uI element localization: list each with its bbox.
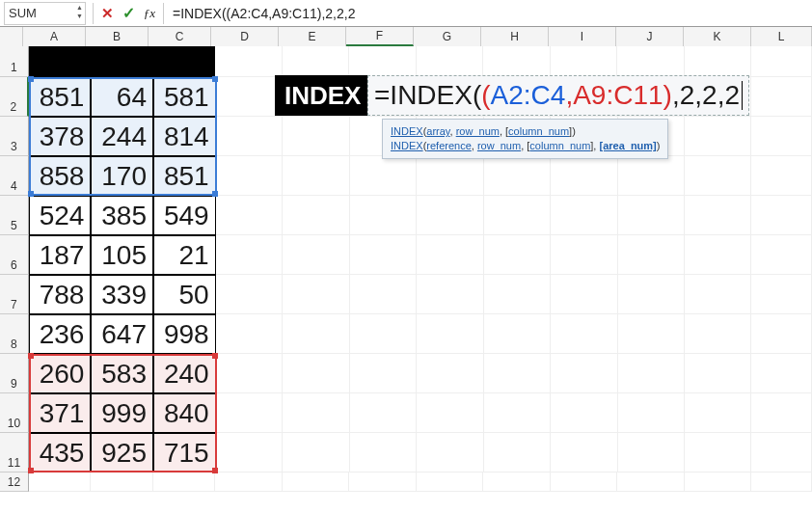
cell[interactable]: 583 <box>91 354 153 393</box>
cell[interactable] <box>283 433 349 472</box>
cell[interactable] <box>417 46 484 77</box>
row-header[interactable]: 2 <box>0 77 29 117</box>
cell[interactable]: 240 <box>153 354 216 393</box>
cell[interactable]: 236 <box>29 314 92 354</box>
cell[interactable] <box>349 472 417 492</box>
cell[interactable] <box>483 472 551 492</box>
chevron-up-icon[interactable]: ▲ <box>76 4 83 13</box>
cell[interactable] <box>751 275 812 314</box>
cell[interactable] <box>283 235 349 275</box>
cell[interactable] <box>417 472 484 492</box>
cell[interactable] <box>216 393 283 433</box>
cell[interactable] <box>350 275 417 314</box>
cell[interactable] <box>29 472 92 492</box>
cell[interactable] <box>751 354 812 393</box>
cell[interactable] <box>283 275 349 314</box>
cell[interactable] <box>618 433 685 472</box>
cell[interactable]: 549 <box>153 196 216 235</box>
cell[interactable]: 858 <box>29 156 92 196</box>
cell[interactable] <box>417 196 483 235</box>
formula-input[interactable]: =INDEX((A2:C4,A9:C11),2,2,2 <box>167 2 812 25</box>
column-header[interactable]: B <box>86 27 149 46</box>
row-header[interactable]: 3 <box>0 117 29 156</box>
cell[interactable] <box>751 393 812 433</box>
cell[interactable]: 788 <box>29 275 92 314</box>
cell[interactable] <box>617 46 685 77</box>
cell[interactable] <box>283 46 350 77</box>
column-header[interactable]: A <box>23 27 86 46</box>
cell[interactable] <box>618 196 685 235</box>
row-header[interactable]: 6 <box>0 235 29 275</box>
cell[interactable] <box>350 314 417 354</box>
cell[interactable] <box>91 472 153 492</box>
cell[interactable]: 851 <box>29 77 92 117</box>
cell[interactable] <box>417 314 483 354</box>
name-box[interactable]: SUM ▲ ▼ <box>4 2 86 25</box>
cell[interactable] <box>685 235 751 275</box>
cell[interactable] <box>685 196 751 235</box>
cell[interactable] <box>551 472 618 492</box>
cell[interactable] <box>349 46 417 77</box>
cell[interactable]: 999 <box>91 393 153 433</box>
cell[interactable] <box>484 275 551 314</box>
tooltip-line[interactable]: INDEX(array, row_num, [column_num]) <box>391 124 660 139</box>
cell[interactable]: 814 <box>153 117 216 156</box>
cell[interactable] <box>751 77 812 117</box>
cell[interactable]: 998 <box>153 314 216 354</box>
cell[interactable]: 339 <box>91 275 153 314</box>
column-header[interactable]: H <box>481 27 549 46</box>
cell[interactable] <box>216 77 283 117</box>
cell[interactable] <box>216 117 283 156</box>
cell[interactable] <box>551 393 617 433</box>
cell[interactable] <box>283 117 349 156</box>
cell[interactable] <box>551 354 617 393</box>
cell[interactable] <box>350 235 417 275</box>
row-header[interactable]: 7 <box>0 275 29 314</box>
column-header[interactable]: G <box>414 27 481 46</box>
cell[interactable] <box>685 46 752 77</box>
cell[interactable] <box>617 472 685 492</box>
cell[interactable] <box>685 393 751 433</box>
row-header[interactable]: 10 <box>0 393 29 433</box>
cell[interactable] <box>685 117 751 156</box>
cell[interactable] <box>618 156 685 196</box>
cell[interactable] <box>751 433 812 472</box>
cell[interactable] <box>483 46 551 77</box>
row-header[interactable]: 8 <box>0 314 29 354</box>
cell[interactable]: 851 <box>153 156 216 196</box>
cell[interactable] <box>618 275 685 314</box>
cell[interactable] <box>484 235 551 275</box>
cell[interactable] <box>484 156 551 196</box>
cell[interactable] <box>417 275 483 314</box>
cell[interactable] <box>551 156 617 196</box>
cell[interactable]: 647 <box>91 314 153 354</box>
cell[interactable] <box>751 156 812 196</box>
cell[interactable] <box>685 314 751 354</box>
cell[interactable] <box>417 433 483 472</box>
cell[interactable] <box>283 354 349 393</box>
cell[interactable] <box>618 314 685 354</box>
cell[interactable] <box>751 472 812 492</box>
cell[interactable] <box>283 472 350 492</box>
cell[interactable] <box>551 46 618 77</box>
cell[interactable] <box>751 196 812 235</box>
cell[interactable]: 378 <box>29 117 92 156</box>
cell[interactable] <box>350 196 417 235</box>
cell[interactable] <box>551 235 617 275</box>
cell[interactable] <box>417 393 483 433</box>
cancel-button[interactable]: ✕ <box>96 3 118 24</box>
cell[interactable] <box>350 393 417 433</box>
cell[interactable] <box>751 117 812 156</box>
cell[interactable] <box>29 46 92 77</box>
cell[interactable] <box>283 393 349 433</box>
cell[interactable] <box>216 235 283 275</box>
row-header[interactable]: 4 <box>0 156 29 196</box>
cell[interactable]: 170 <box>91 156 153 196</box>
cell[interactable] <box>215 472 283 492</box>
cell[interactable]: 187 <box>29 235 92 275</box>
cell[interactable] <box>685 472 752 492</box>
cell[interactable] <box>283 196 349 235</box>
cell[interactable]: 105 <box>91 235 153 275</box>
column-header[interactable]: K <box>684 27 751 46</box>
formula-tooltip[interactable]: INDEX(array, row_num, [column_num]) INDE… <box>382 119 668 159</box>
